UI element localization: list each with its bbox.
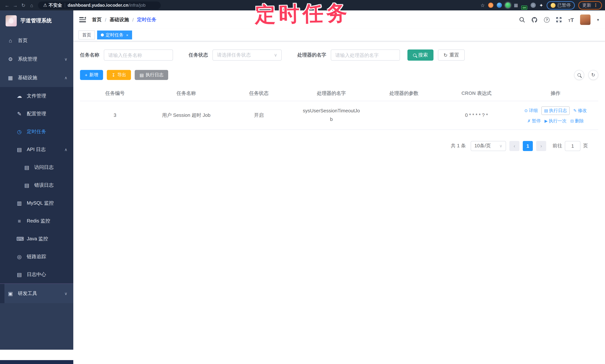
breadcrumb: 首页 / 基础设施 / 定时任务: [92, 16, 157, 23]
page-size-select[interactable]: 10条/页 ∨: [471, 141, 506, 151]
cell-handler-param: [368, 101, 440, 130]
action-pause[interactable]: ✗暂停: [527, 118, 541, 124]
play-icon: ▶: [545, 118, 548, 123]
browser-reload-icon[interactable]: ↻: [19, 2, 27, 8]
sidebar-item-system[interactable]: ⚙ 系统管理 ∨: [0, 50, 73, 68]
sidebar-item-home[interactable]: ⌂ 首页: [0, 31, 73, 50]
action-run-once[interactable]: ▶执行一次: [545, 118, 567, 124]
page-body: 任务名称 任务状态 请选择任务状态 ∨ 处理器的名字 搜索 ↻ 重置: [73, 41, 605, 151]
extension-on-badge[interactable]: on: [522, 5, 527, 10]
clock-icon: ◷: [16, 129, 22, 135]
chrome-update-button[interactable]: 更新 ⋮: [578, 1, 602, 10]
cell-job-id: 3: [80, 101, 150, 130]
sidebar-item-dev-tools[interactable]: ▣ 研发工具 ∨: [0, 284, 73, 303]
app-logo-row[interactable]: 芋道管理系统: [0, 10, 73, 31]
trash-icon: ⊟: [570, 118, 574, 123]
job-status-select[interactable]: 请选择任务状态 ∨: [212, 50, 282, 61]
action-detail[interactable]: ⊙详细: [524, 107, 538, 114]
exec-log-button[interactable]: ▤ 执行日志: [135, 70, 168, 80]
active-tag-dot: [101, 33, 104, 37]
goto-page-input[interactable]: [565, 141, 580, 151]
extension-icon-blue[interactable]: [497, 3, 502, 8]
github-icon[interactable]: [531, 16, 538, 23]
extension-icon-green[interactable]: [505, 3, 511, 8]
list-icon: ▤: [140, 72, 144, 78]
reset-button[interactable]: ↻ 重置: [438, 50, 465, 61]
prev-page-button[interactable]: ‹: [509, 141, 519, 151]
extension-icon-orange[interactable]: [488, 3, 493, 8]
table-row: 3 用户 Session 超时 Job 开启 sysUserSessionTim…: [80, 101, 598, 130]
grid-icon: ▦: [7, 75, 13, 81]
export-button[interactable]: ↧ 导出: [107, 70, 131, 80]
breadcrumb-separator: /: [132, 17, 133, 23]
browser-home-icon[interactable]: ⌂: [27, 2, 36, 8]
sidebar-dev-section: ▣ 研发工具 ∨: [0, 284, 73, 303]
refresh-icon: ↻: [444, 52, 447, 58]
sidebar-item-mysql-monitor[interactable]: ▥ MySQL 监控: [0, 194, 73, 212]
sidebar-item-redis-monitor[interactable]: ≡ Redis 监控: [0, 212, 73, 230]
sidebar-item-api-log[interactable]: ▤ API 日志 ∧: [0, 141, 73, 158]
search-icon[interactable]: [519, 17, 525, 23]
sidebar-item-file-manage[interactable]: ☁ 文件管理: [0, 87, 73, 105]
user-menu-caret-icon[interactable]: ▾: [597, 17, 599, 22]
pin-extension-icon[interactable]: ✦: [539, 2, 543, 8]
app-title: 芋道管理系统: [20, 17, 52, 24]
action-exec-log[interactable]: ▤执行日志: [541, 106, 570, 115]
profile-paused-badge[interactable]: 已暂停: [547, 1, 575, 10]
sidebar-item-infra[interactable]: ▦ 基础设施 ∧: [0, 68, 73, 87]
bookmark-star-icon[interactable]: ☆: [481, 2, 485, 8]
handler-name-input[interactable]: [331, 50, 400, 61]
sidebar-bottom-strip: [0, 360, 73, 364]
chevron-down-icon: ∨: [499, 143, 502, 148]
sidebar-item-label: 定时任务: [27, 128, 46, 135]
browser-forward-icon[interactable]: →: [11, 2, 19, 8]
eye-icon: ⊙: [524, 108, 528, 113]
help-icon[interactable]: ?: [544, 17, 550, 23]
url-path: /infra/job: [128, 3, 145, 8]
sidebar-fold-icon[interactable]: [79, 17, 86, 22]
address-bar[interactable]: ⚠ 不安全 dashboard.yudao.iocoder.cn/infra/j…: [38, 1, 161, 9]
page-number-1[interactable]: 1: [523, 141, 533, 151]
browser-back-icon[interactable]: ←: [3, 2, 11, 8]
sidebar-item-scheduled-job[interactable]: ◷ 定时任务: [0, 123, 73, 141]
col-actions: 操作: [513, 86, 598, 101]
tag-scheduled-job[interactable]: 定时任务 ×: [97, 30, 132, 39]
security-warning[interactable]: ⚠ 不安全: [43, 2, 62, 8]
jobs-table: 任务编号 任务名称 任务状态 处理器的名字 处理器的参数 CRON 表达式 操作…: [80, 86, 598, 130]
search-icon: [578, 73, 581, 77]
sidebar-item-java-monitor[interactable]: ⌨ Java 监控: [0, 230, 73, 248]
job-status-label: 任务状态: [189, 52, 208, 58]
breadcrumb-infra[interactable]: 基础设施: [110, 16, 129, 23]
font-size-icon[interactable]: TT: [568, 16, 574, 23]
chevron-up-icon: ∧: [64, 147, 67, 152]
job-name-input[interactable]: [104, 50, 173, 61]
tag-label: 定时任务: [106, 32, 124, 38]
sidebar-item-label: 首页: [18, 37, 27, 44]
next-page-button[interactable]: ›: [536, 141, 546, 151]
sidebar-item-config-manage[interactable]: ✎ 配置管理: [0, 105, 73, 123]
extensions-grid-icon[interactable]: ▦: [514, 3, 518, 8]
table-toolbar: + 新增 ↧ 导出 ▤ 执行日志 ↻: [80, 70, 598, 80]
action-delete[interactable]: ⊟删除: [570, 118, 584, 124]
action-modify[interactable]: ✎修改: [573, 107, 587, 114]
toggle-search-icon-button[interactable]: [574, 70, 584, 80]
user-avatar[interactable]: [580, 14, 591, 25]
extension-icon-gray[interactable]: [531, 3, 536, 8]
sidebar-item-label: 配置管理: [27, 110, 46, 117]
main-content: 首页 / 基础设施 / 定时任务 ? TT ▾: [73, 10, 605, 364]
gear-icon: ⚙: [7, 56, 13, 62]
add-button[interactable]: + 新增: [80, 70, 103, 80]
close-icon[interactable]: ×: [126, 33, 128, 37]
filter-form: 任务名称 任务状态 请选择任务状态 ∨ 处理器的名字 搜索 ↻ 重置: [80, 50, 598, 61]
sidebar-item-label: Redis 监控: [27, 218, 50, 224]
sidebar-item-error-log[interactable]: ▤ 错误日志: [0, 176, 73, 194]
search-button[interactable]: 搜索: [408, 50, 434, 61]
sidebar-item-log-center[interactable]: ▤ 日志中心: [0, 266, 73, 284]
sidebar-item-access-log[interactable]: ▤ 访问日志: [0, 158, 73, 176]
fullscreen-icon[interactable]: [556, 17, 562, 23]
browser-menu-icon[interactable]: ⋮: [593, 3, 598, 8]
breadcrumb-home[interactable]: 首页: [92, 16, 102, 23]
tag-home[interactable]: 首页: [79, 30, 95, 39]
sidebar-item-trace[interactable]: ◎ 链路追踪: [0, 248, 73, 266]
refresh-icon-button[interactable]: ↻: [588, 70, 598, 80]
